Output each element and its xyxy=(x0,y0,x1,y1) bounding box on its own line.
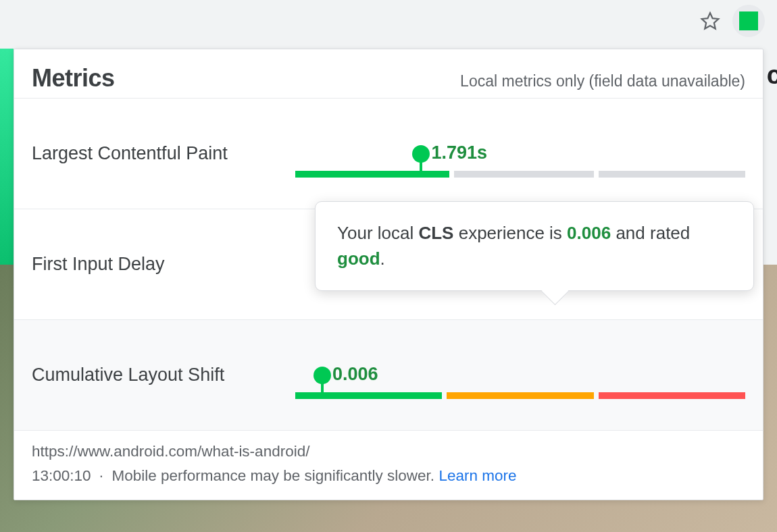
gauge-bar xyxy=(295,392,745,399)
tooltip-value: 0.006 xyxy=(567,223,611,243)
page-background-accent xyxy=(0,49,14,265)
marker-dot-icon xyxy=(314,367,331,384)
metric-tooltip: Your local CLS experience is 0.006 and r… xyxy=(315,201,754,291)
bookmark-star-icon[interactable] xyxy=(700,11,720,31)
marker-stem xyxy=(321,383,324,399)
learn-more-link[interactable]: Learn more xyxy=(438,467,516,484)
metric-row-lcp: Largest Contentful Paint 1.791s xyxy=(14,98,763,209)
tooltip-tail: and rated xyxy=(611,223,690,243)
extension-status-icon xyxy=(739,11,758,30)
footer-timestamp: 13:00:10 xyxy=(32,467,91,484)
gauge-segment-ni xyxy=(454,171,593,178)
gauge-segment-poor xyxy=(599,171,745,178)
panel-subtitle: Local metrics only (field data unavailab… xyxy=(460,72,745,90)
footer-url: https://www.android.com/what-is-android/ xyxy=(32,443,745,460)
footer-note: Mobile performance may be significantly … xyxy=(111,467,434,484)
footer-separator: · xyxy=(99,467,103,484)
tooltip-end: . xyxy=(380,248,385,269)
metric-label-cls: Cumulative Layout Shift xyxy=(32,365,295,385)
extension-badge[interactable] xyxy=(732,5,765,37)
metric-label-lcp: Largest Contentful Paint xyxy=(32,143,295,164)
gauge-segment-ni xyxy=(447,392,593,399)
panel-title: Metrics xyxy=(32,64,115,92)
tooltip-rating: good xyxy=(337,248,380,269)
gauge-marker-cls: 0.006 xyxy=(314,367,331,399)
gauge-segment-poor xyxy=(599,392,745,399)
tooltip-metric-abbr: CLS xyxy=(418,223,453,243)
browser-omnibox xyxy=(0,0,777,42)
metric-value-cls: 0.006 xyxy=(332,364,378,385)
tooltip-mid: experience is xyxy=(453,223,567,243)
web-vitals-popover: Metrics Local metrics only (field data u… xyxy=(14,49,763,500)
gauge-bar xyxy=(295,171,745,178)
panel-header: Metrics Local metrics only (field data u… xyxy=(14,49,763,98)
page-behind-glyph: c xyxy=(767,61,777,90)
metric-label-fid: First Input Delay xyxy=(32,254,295,275)
metric-gauge-cls: 0.006 xyxy=(295,352,745,399)
panel-footer: https://www.android.com/what-is-android/… xyxy=(14,430,763,500)
marker-dot-icon xyxy=(412,145,430,163)
metric-value-lcp: 1.791s xyxy=(431,142,487,163)
tooltip-lead: Your local xyxy=(337,223,418,243)
metric-row-cls[interactable]: Cumulative Layout Shift 0.006 xyxy=(14,319,763,430)
footer-line: 13:00:10 · Mobile performance may be sig… xyxy=(32,467,745,485)
metric-gauge-lcp: 1.791s xyxy=(295,130,745,178)
marker-stem xyxy=(420,161,422,178)
gauge-marker-lcp: 1.791s xyxy=(412,145,430,178)
